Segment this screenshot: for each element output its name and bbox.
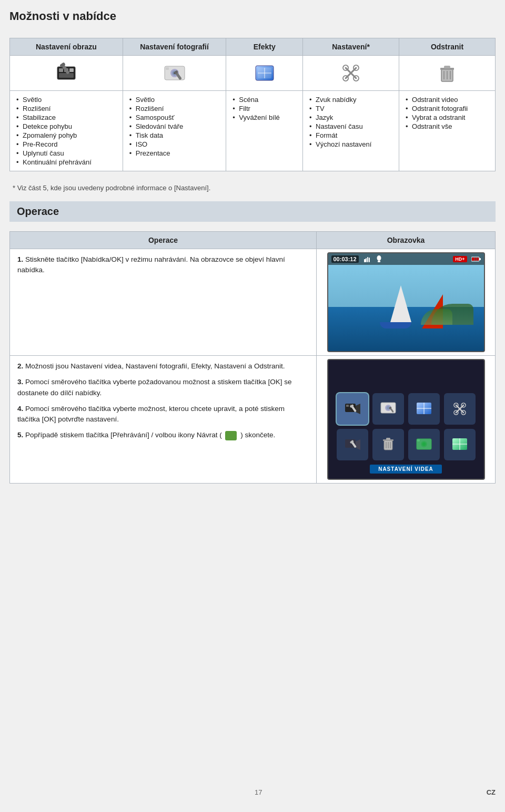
list-item: Scéna (231, 95, 297, 104)
operace-section-title: Operace (9, 201, 496, 222)
menu-icon-settings (444, 393, 476, 425)
list-item: Formát (308, 131, 393, 140)
svg-rect-38 (472, 258, 474, 261)
list-item: Kontinuální přehrávání (15, 158, 117, 167)
sailing-screen: 00:03:12 (327, 252, 485, 352)
page-title: Možnosti v nabídce (9, 9, 496, 23)
operace-col-header-1: Operace (10, 232, 317, 249)
list-item: Stabilizace (15, 113, 117, 122)
list-item: Zpomalený pohyb (15, 131, 117, 140)
menu-icon-effects2 (444, 429, 476, 460)
svg-rect-74 (417, 439, 420, 441)
icon-odstranit (399, 56, 496, 91)
list-item: Rozlišení (128, 104, 221, 113)
sailing-scene (328, 253, 484, 351)
svg-rect-1 (59, 68, 63, 72)
svg-rect-26 (444, 66, 450, 68)
menu-icon-video (337, 393, 368, 425)
svg-rect-3 (69, 68, 74, 72)
operace-col-header-2: Obrazovka (317, 232, 496, 249)
svg-marker-42 (356, 404, 360, 414)
col-header-3: Efekty (226, 38, 303, 56)
list-item: Detekce pohybu (15, 122, 117, 131)
step-3-num: 3. (17, 378, 23, 386)
list-item: ISO (128, 140, 221, 149)
col-header-1: Nastavení obrazu (10, 38, 123, 56)
screen-top-bar: 00:03:12 (328, 253, 484, 265)
svg-rect-43 (346, 405, 349, 407)
svg-rect-35 (378, 261, 380, 262)
menu-icons-grid (337, 393, 476, 460)
icon-efekty (226, 56, 303, 91)
list-item: Rozlišení (15, 104, 117, 113)
operace-table: Operace Obrazovka 1. Stiskněte tlačítko … (9, 231, 496, 484)
svg-rect-33 (364, 259, 366, 262)
list-item: Odstranit video (405, 95, 490, 104)
svg-rect-39 (475, 258, 477, 261)
page-footer: 17 CZ (9, 783, 496, 796)
icon-nastaveni-obrazu (10, 56, 123, 91)
svg-rect-67 (386, 438, 390, 440)
menu-icon-photo (372, 393, 404, 425)
svg-rect-40 (477, 258, 479, 261)
col-content-2: Světlo Rozlišení Samospoušť Sledování tv… (123, 91, 226, 171)
screen-1-cell: 00:03:12 (317, 249, 496, 356)
list-item: Uplynutí času (15, 149, 117, 158)
icon-nastaveni-fotografii (123, 56, 226, 91)
step-5-text: Popřípadě stiskem tlačítka [Přehrávání] … (25, 431, 222, 439)
svg-rect-11 (166, 67, 169, 70)
language-badge: CZ (487, 788, 496, 796)
menu-icon-video2 (337, 429, 368, 460)
list-item: Nastavení času (308, 122, 393, 131)
list-item: Vybrat a odstranit (405, 113, 490, 122)
menu-icon-trash (372, 429, 404, 460)
menu-options-table: Nastavení obrazu Nastavení fotografií Ef… (9, 38, 496, 171)
list-item: Světlo (128, 95, 221, 104)
icon-nastaveni (303, 56, 399, 91)
list-item: TV (308, 104, 393, 113)
list-item: Pre-Record (15, 140, 117, 149)
return-icon (225, 431, 237, 440)
menu-icon-effects (408, 393, 440, 425)
step-1-text: Stiskněte tlačítko [Nabídka/OK] v režimu… (17, 255, 285, 274)
step-3-text: Pomocí směrového tlačítka vyberte požado… (17, 378, 292, 396)
step-1-num: 1. (17, 255, 23, 263)
list-item: Tisk data (128, 131, 221, 140)
svg-point-73 (422, 443, 426, 446)
col-header-2: Nastavení fotografií (123, 38, 226, 56)
menu-label-bar: NASTAVENÍ VIDEA (370, 465, 442, 474)
menu-screen: NASTAVENÍ VIDEA (327, 359, 485, 480)
list-item: Zvuk nabídky (308, 95, 393, 104)
col-header-4: Nastavení* (303, 38, 399, 56)
svg-marker-62 (356, 439, 360, 450)
sailboat (390, 285, 422, 330)
col-content-1: Světlo Rozlišení Stabilizace Detekce poh… (10, 91, 123, 171)
col-header-5: Odstranit (399, 38, 496, 56)
svg-point-34 (377, 255, 381, 261)
list-item: Jazyk (308, 113, 393, 122)
svg-rect-32 (369, 258, 370, 262)
list-item: Světlo (15, 95, 117, 104)
col-content-3: Scéna Filtr Vyvážení bílé (226, 91, 303, 171)
step-4-num: 4. (17, 405, 23, 413)
screen-2-cell: NASTAVENÍ VIDEA (317, 356, 496, 484)
list-item: Filtr (231, 104, 297, 113)
page-number: 17 (255, 788, 262, 796)
list-item: Odstranit vše (405, 122, 490, 131)
footnote: * Viz část 5, kde jsou uvedeny podrobné … (9, 181, 496, 192)
svg-rect-37 (479, 258, 481, 260)
step-5-num: 5. (17, 431, 23, 439)
step-5-end: ) skončete. (240, 431, 275, 439)
menu-icon-photo2 (408, 429, 440, 460)
hd-badge: HD+ (453, 256, 467, 262)
svg-rect-30 (366, 258, 367, 262)
time-display: 00:03:12 (331, 255, 359, 263)
steps-2-5-cell: 2. Možnosti jsou Nastavení videa, Nastav… (10, 356, 317, 484)
svg-rect-31 (367, 257, 368, 262)
list-item: Odstranit fotografii (405, 104, 490, 113)
svg-rect-4 (59, 73, 74, 78)
step-1-cell: 1. Stiskněte tlačítko [Nabídka/OK] v rež… (10, 249, 317, 356)
list-item: Výchozí nastavení (308, 140, 393, 149)
list-item: Sledování tváře (128, 122, 221, 131)
step-4-text: Pomocí směrového tlačítka vyberte možnos… (17, 405, 285, 423)
